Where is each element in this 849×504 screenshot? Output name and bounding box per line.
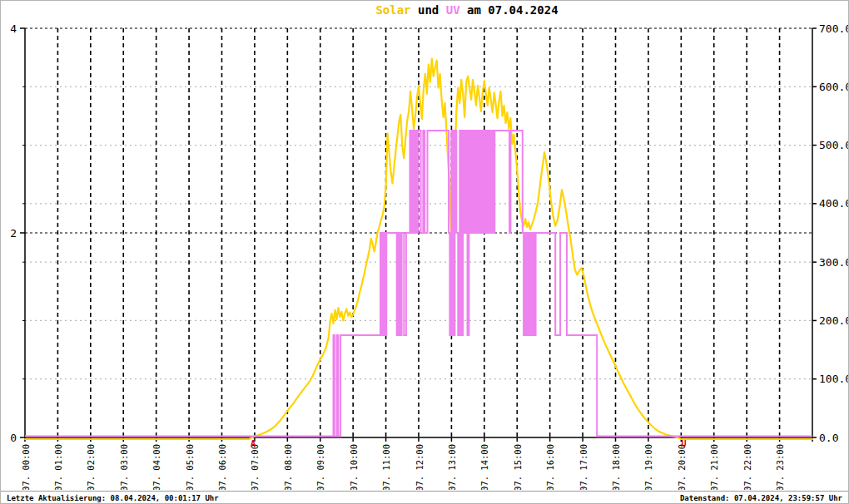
- svg-text:500.0: 500.0: [819, 139, 849, 151]
- svg-text:07. 13:00: 07. 13:00: [447, 444, 457, 490]
- data-timestamp-text: Datenstand: 07.04.2024, 23:59:57 Uhr: [680, 494, 842, 502]
- svg-text:07. 19:00: 07. 19:00: [643, 444, 653, 490]
- svg-text:07. 11:00: 07. 11:00: [381, 444, 391, 490]
- svg-text:0.0: 0.0: [819, 432, 838, 444]
- svg-text:600.0: 600.0: [819, 81, 849, 93]
- svg-text:400.0: 400.0: [819, 197, 849, 210]
- svg-text:2: 2: [10, 227, 17, 240]
- svg-text:07. 14:00: 07. 14:00: [479, 444, 489, 490]
- svg-text:0: 0: [10, 432, 17, 444]
- solar-uv-chart: 0240.0100.0200.0300.0400.0500.0600.0700.…: [1, 1, 849, 490]
- svg-text:07. 17:00: 07. 17:00: [578, 444, 588, 490]
- svg-text:07. 23:00: 07. 23:00: [775, 444, 785, 490]
- svg-text:700.0: 700.0: [819, 22, 849, 35]
- last-update-text: Letzte Aktualisierung: 08.04.2024, 00:01…: [7, 494, 219, 502]
- svg-text:07. 02:00: 07. 02:00: [86, 444, 96, 490]
- svg-text:07. 05:00: 07. 05:00: [185, 444, 195, 490]
- svg-text:07. 01:00: 07. 01:00: [53, 444, 63, 490]
- svg-text:07. 03:00: 07. 03:00: [119, 444, 129, 490]
- svg-text:07. 08:00: 07. 08:00: [283, 444, 293, 490]
- weather-chart-page: Solar und UV am 07.04.2024 0240.0100.020…: [0, 0, 849, 504]
- footer-divider: [1, 491, 849, 492]
- svg-text:07. 22:00: 07. 22:00: [742, 444, 752, 490]
- svg-text:07. 00:00: 07. 00:00: [21, 444, 31, 490]
- svg-text:07. 18:00: 07. 18:00: [611, 444, 621, 490]
- svg-text:07. 04:00: 07. 04:00: [151, 444, 161, 490]
- svg-text:300.0: 300.0: [819, 256, 849, 269]
- svg-text:200.0: 200.0: [819, 314, 849, 327]
- svg-text:A: A: [251, 439, 256, 448]
- svg-text:U: U: [682, 439, 687, 448]
- svg-text:07. 15:00: 07. 15:00: [513, 444, 523, 490]
- svg-text:07. 07:00: 07. 07:00: [250, 444, 260, 490]
- svg-text:100.0: 100.0: [819, 373, 849, 385]
- svg-text:07. 09:00: 07. 09:00: [315, 444, 325, 490]
- svg-text:07. 16:00: 07. 16:00: [545, 444, 555, 490]
- svg-text:07. 10:00: 07. 10:00: [349, 444, 359, 490]
- svg-text:07. 12:00: 07. 12:00: [415, 444, 424, 490]
- svg-text:07. 06:00: 07. 06:00: [217, 444, 227, 490]
- svg-text:07. 20:00: 07. 20:00: [677, 444, 687, 490]
- svg-text:07. 21:00: 07. 21:00: [709, 444, 719, 490]
- svg-text:4: 4: [10, 22, 17, 35]
